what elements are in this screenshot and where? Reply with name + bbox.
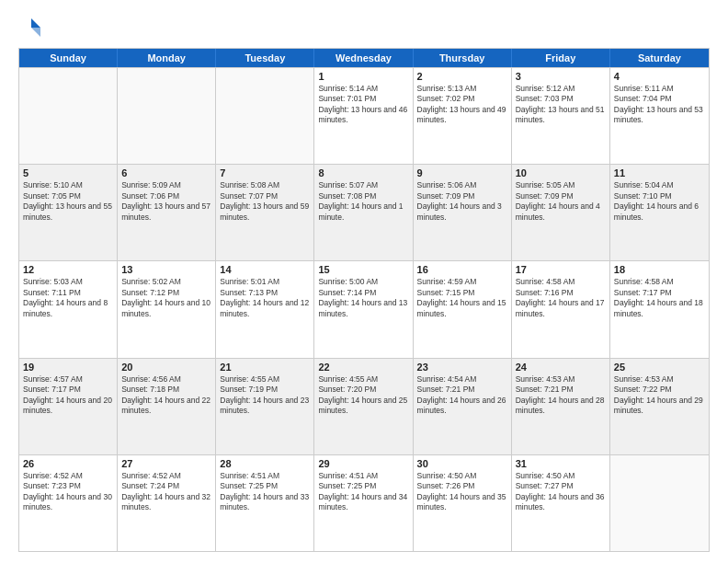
- day-info: Sunrise: 4:53 AM Sunset: 7:22 PM Dayligh…: [614, 374, 705, 417]
- weekday-header-sunday: Sunday: [19, 49, 118, 67]
- day-info: Sunrise: 5:07 AM Sunset: 7:08 PM Dayligh…: [318, 180, 408, 223]
- day-number: 24: [516, 362, 606, 373]
- day-cell-14: 14Sunrise: 5:01 AM Sunset: 7:13 PM Dayli…: [216, 261, 314, 357]
- day-cell-21: 21Sunrise: 4:55 AM Sunset: 7:19 PM Dayli…: [216, 359, 314, 454]
- day-cell-1: 1Sunrise: 5:14 AM Sunset: 7:01 PM Daylig…: [314, 68, 413, 164]
- day-number: 27: [121, 458, 211, 469]
- day-number: 5: [23, 167, 113, 178]
- day-info: Sunrise: 5:06 AM Sunset: 7:09 PM Dayligh…: [417, 180, 507, 223]
- day-info: Sunrise: 5:13 AM Sunset: 7:02 PM Dayligh…: [417, 84, 507, 126]
- day-info: Sunrise: 4:57 AM Sunset: 7:17 PM Dayligh…: [23, 374, 113, 417]
- empty-cell-0-1: [118, 68, 216, 164]
- day-info: Sunrise: 4:59 AM Sunset: 7:15 PM Dayligh…: [417, 277, 507, 319]
- day-cell-19: 19Sunrise: 4:57 AM Sunset: 7:17 PM Dayli…: [19, 359, 118, 454]
- day-info: Sunrise: 5:14 AM Sunset: 7:01 PM Dayligh…: [318, 84, 408, 126]
- day-info: Sunrise: 4:51 AM Sunset: 7:25 PM Dayligh…: [220, 471, 310, 513]
- day-cell-4: 4Sunrise: 5:11 AM Sunset: 7:04 PM Daylig…: [610, 68, 709, 164]
- day-cell-7: 7Sunrise: 5:08 AM Sunset: 7:07 PM Daylig…: [216, 165, 314, 260]
- day-cell-23: 23Sunrise: 4:54 AM Sunset: 7:21 PM Dayli…: [414, 359, 512, 454]
- weekday-header-saturday: Saturday: [610, 49, 709, 67]
- calendar-row-3: 19Sunrise: 4:57 AM Sunset: 7:17 PM Dayli…: [19, 358, 709, 454]
- day-info: Sunrise: 4:55 AM Sunset: 7:19 PM Dayligh…: [220, 374, 310, 417]
- day-info: Sunrise: 5:02 AM Sunset: 7:12 PM Dayligh…: [121, 277, 211, 319]
- day-number: 16: [417, 264, 507, 275]
- calendar-body: 1Sunrise: 5:14 AM Sunset: 7:01 PM Daylig…: [19, 67, 709, 551]
- day-cell-24: 24Sunrise: 4:53 AM Sunset: 7:21 PM Dayli…: [512, 359, 610, 454]
- day-info: Sunrise: 4:53 AM Sunset: 7:21 PM Dayligh…: [516, 374, 606, 417]
- day-cell-3: 3Sunrise: 5:12 AM Sunset: 7:03 PM Daylig…: [512, 68, 610, 164]
- day-number: 3: [516, 71, 606, 82]
- day-number: 2: [417, 71, 507, 82]
- day-cell-29: 29Sunrise: 4:51 AM Sunset: 7:25 PM Dayli…: [314, 455, 413, 551]
- calendar-row-0: 1Sunrise: 5:14 AM Sunset: 7:01 PM Daylig…: [19, 67, 709, 164]
- empty-cell-0-0: [19, 68, 118, 164]
- calendar-row-4: 26Sunrise: 4:52 AM Sunset: 7:23 PM Dayli…: [19, 454, 709, 551]
- day-cell-6: 6Sunrise: 5:09 AM Sunset: 7:06 PM Daylig…: [118, 165, 216, 260]
- day-info: Sunrise: 4:55 AM Sunset: 7:20 PM Dayligh…: [318, 374, 408, 417]
- day-info: Sunrise: 5:11 AM Sunset: 7:04 PM Dayligh…: [614, 84, 705, 126]
- day-number: 10: [516, 167, 606, 178]
- day-number: 14: [220, 264, 310, 275]
- day-cell-31: 31Sunrise: 4:50 AM Sunset: 7:27 PM Dayli…: [512, 455, 610, 551]
- day-cell-5: 5Sunrise: 5:10 AM Sunset: 7:05 PM Daylig…: [19, 165, 118, 260]
- logo-icon: [20, 17, 40, 37]
- day-cell-13: 13Sunrise: 5:02 AM Sunset: 7:12 PM Dayli…: [118, 261, 216, 357]
- day-number: 17: [516, 264, 606, 275]
- day-cell-11: 11Sunrise: 5:04 AM Sunset: 7:10 PM Dayli…: [610, 165, 709, 260]
- weekday-header-monday: Monday: [118, 49, 216, 67]
- header: [18, 17, 710, 40]
- day-info: Sunrise: 4:58 AM Sunset: 7:16 PM Dayligh…: [516, 277, 606, 319]
- day-cell-10: 10Sunrise: 5:05 AM Sunset: 7:09 PM Dayli…: [512, 165, 610, 260]
- weekday-header-friday: Friday: [512, 49, 610, 67]
- day-info: Sunrise: 5:10 AM Sunset: 7:05 PM Dayligh…: [23, 180, 113, 223]
- day-info: Sunrise: 5:09 AM Sunset: 7:06 PM Dayligh…: [121, 180, 211, 223]
- day-number: 9: [417, 167, 507, 178]
- day-cell-8: 8Sunrise: 5:07 AM Sunset: 7:08 PM Daylig…: [314, 165, 413, 260]
- day-number: 13: [121, 264, 211, 275]
- day-info: Sunrise: 4:50 AM Sunset: 7:27 PM Dayligh…: [516, 471, 606, 513]
- day-info: Sunrise: 4:54 AM Sunset: 7:21 PM Dayligh…: [417, 374, 507, 417]
- day-cell-15: 15Sunrise: 5:00 AM Sunset: 7:14 PM Dayli…: [314, 261, 413, 357]
- svg-marker-0: [31, 18, 40, 28]
- day-number: 19: [23, 362, 113, 373]
- calendar: SundayMondayTuesdayWednesdayThursdayFrid…: [18, 48, 710, 552]
- day-info: Sunrise: 4:50 AM Sunset: 7:26 PM Dayligh…: [417, 471, 507, 513]
- logo: [18, 17, 40, 40]
- calendar-row-2: 12Sunrise: 5:03 AM Sunset: 7:11 PM Dayli…: [19, 260, 709, 357]
- day-info: Sunrise: 5:03 AM Sunset: 7:11 PM Dayligh…: [23, 277, 113, 319]
- day-number: 29: [318, 458, 408, 469]
- day-number: 26: [23, 458, 113, 469]
- day-number: 1: [318, 71, 408, 82]
- day-number: 22: [318, 362, 408, 373]
- day-cell-9: 9Sunrise: 5:06 AM Sunset: 7:09 PM Daylig…: [414, 165, 512, 260]
- day-cell-2: 2Sunrise: 5:13 AM Sunset: 7:02 PM Daylig…: [414, 68, 512, 164]
- empty-cell-0-2: [216, 68, 314, 164]
- day-number: 8: [318, 167, 408, 178]
- day-info: Sunrise: 4:56 AM Sunset: 7:18 PM Dayligh…: [121, 374, 211, 417]
- day-cell-27: 27Sunrise: 4:52 AM Sunset: 7:24 PM Dayli…: [118, 455, 216, 551]
- day-number: 23: [417, 362, 507, 373]
- day-cell-26: 26Sunrise: 4:52 AM Sunset: 7:23 PM Dayli…: [19, 455, 118, 551]
- day-number: 30: [417, 458, 507, 469]
- day-cell-17: 17Sunrise: 4:58 AM Sunset: 7:16 PM Dayli…: [512, 261, 610, 357]
- day-info: Sunrise: 4:52 AM Sunset: 7:23 PM Dayligh…: [23, 471, 113, 513]
- day-number: 12: [23, 264, 113, 275]
- day-number: 4: [614, 71, 705, 82]
- day-info: Sunrise: 5:05 AM Sunset: 7:09 PM Dayligh…: [516, 180, 606, 223]
- day-number: 31: [516, 458, 606, 469]
- weekday-header-thursday: Thursday: [414, 49, 512, 67]
- weekday-header-wednesday: Wednesday: [314, 49, 413, 67]
- day-cell-28: 28Sunrise: 4:51 AM Sunset: 7:25 PM Dayli…: [216, 455, 314, 551]
- calendar-header: SundayMondayTuesdayWednesdayThursdayFrid…: [19, 49, 709, 67]
- day-number: 15: [318, 264, 408, 275]
- day-cell-25: 25Sunrise: 4:53 AM Sunset: 7:22 PM Dayli…: [610, 359, 709, 454]
- day-cell-22: 22Sunrise: 4:55 AM Sunset: 7:20 PM Dayli…: [314, 359, 413, 454]
- day-number: 25: [614, 362, 705, 373]
- day-cell-12: 12Sunrise: 5:03 AM Sunset: 7:11 PM Dayli…: [19, 261, 118, 357]
- day-info: Sunrise: 5:04 AM Sunset: 7:10 PM Dayligh…: [614, 180, 705, 223]
- day-number: 6: [121, 167, 211, 178]
- day-number: 7: [220, 167, 310, 178]
- day-info: Sunrise: 4:52 AM Sunset: 7:24 PM Dayligh…: [121, 471, 211, 513]
- day-number: 18: [614, 264, 705, 275]
- day-number: 28: [220, 458, 310, 469]
